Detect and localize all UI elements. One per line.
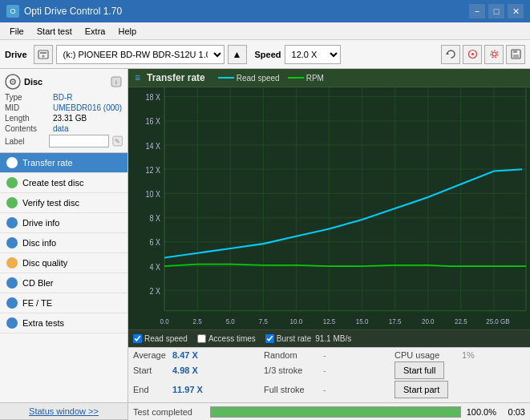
nav-icon-verify-test-disc <box>6 197 18 208</box>
svg-text:4 X: 4 X <box>150 262 161 272</box>
status-window-button[interactable]: Status window >> <box>0 402 127 420</box>
checkbox-access-times-label: Access times <box>208 334 256 343</box>
nav-create-test-disc[interactable]: Create test disc <box>0 173 127 193</box>
svg-text:10 X: 10 X <box>146 189 161 199</box>
nav-drive-info[interactable]: Drive info <box>0 213 127 233</box>
stats-row-3: End 11.97 X Full stroke - Start part <box>133 381 525 398</box>
nav-label-cd-bler: CD Bler <box>22 278 54 288</box>
label-input[interactable] <box>49 135 109 147</box>
burst-rate-value: 91.1 MB/s <box>315 334 351 343</box>
progress-row: Test completed 100.0% 0:03 <box>128 402 530 420</box>
checkbox-read-speed[interactable]: Read speed <box>133 334 188 343</box>
nav-label-disc-quality: Disc quality <box>22 258 67 268</box>
full-stroke-value: - <box>323 385 326 394</box>
chart-title: Transfer rate <box>147 72 205 83</box>
checkbox-access-times[interactable]: Access times <box>197 334 256 343</box>
mid-row: MID UMEBDR016 (000) <box>5 103 123 112</box>
refresh-button[interactable] <box>441 45 460 64</box>
stats-row-1: Average 8.47 X Random - CPU usage 1% <box>133 350 525 360</box>
disc-button[interactable] <box>463 45 482 64</box>
average-key: Average <box>133 350 169 360</box>
nav-list: Transfer rate Create test disc Verify te… <box>0 153 127 402</box>
checkbox-burst-rate[interactable]: Burst rate 91.1 MB/s <box>265 334 351 343</box>
nav-label-fe-te: FE / TE <box>22 298 52 308</box>
stat-start-full: Start full <box>394 361 525 379</box>
nav-icon-drive-info <box>6 217 18 228</box>
chart-svg: 18 X 16 X 14 X 12 X 10 X 8 X 6 X 4 X 2 X… <box>128 87 530 329</box>
nav-extra-tests[interactable]: Extra tests <box>0 313 127 333</box>
stroke13-value: - <box>323 365 326 375</box>
contents-row: Contents data <box>5 124 123 133</box>
svg-point-7 <box>491 50 498 58</box>
right-panel: ≡ Transfer rate Read speed RPM <box>128 69 530 420</box>
svg-text:10.0: 10.0 <box>290 317 303 325</box>
close-button[interactable]: ✕ <box>508 4 524 18</box>
checkbox-read-speed-input[interactable] <box>133 334 142 343</box>
checkboxes-row: Read speed Access times Burst rate 91.1 … <box>133 333 525 345</box>
label-edit-icon[interactable]: ✎ <box>112 135 123 147</box>
save-button[interactable] <box>506 45 525 64</box>
svg-text:8 X: 8 X <box>150 214 161 224</box>
svg-text:5.0: 5.0 <box>226 317 235 325</box>
start-key: Start <box>133 365 169 375</box>
nav-disc-info[interactable]: Disc info <box>0 233 127 253</box>
menu-help[interactable]: Help <box>111 25 143 38</box>
nav-fe-te[interactable]: FE / TE <box>0 293 127 313</box>
svg-text:20.0: 20.0 <box>422 317 435 325</box>
svg-text:16 X: 16 X <box>146 117 161 127</box>
legend: Read speed RPM <box>218 74 324 83</box>
legend-label-rpm: RPM <box>306 74 324 83</box>
speed-select[interactable]: 12.0 X <box>285 45 341 64</box>
app-title: Opti Drive Control 1.70 <box>24 6 122 17</box>
stat-full-stroke: Full stroke - <box>264 385 394 394</box>
nav-icon-disc-quality <box>6 257 18 269</box>
checkbox-burst-rate-input[interactable] <box>265 334 274 343</box>
contents-value: data <box>53 124 68 133</box>
nav-label-transfer-rate: Transfer rate <box>22 158 73 168</box>
svg-text:2.5: 2.5 <box>193 317 202 325</box>
legend-color-read-speed <box>218 77 234 79</box>
minimize-button[interactable]: − <box>469 4 485 18</box>
checkbox-read-speed-label: Read speed <box>144 334 188 343</box>
svg-rect-9 <box>513 50 517 53</box>
svg-text:18 X: 18 X <box>146 93 161 103</box>
legend-color-rpm <box>288 77 304 79</box>
menu-start-test[interactable]: Start test <box>30 25 79 38</box>
start-full-button[interactable]: Start full <box>394 361 444 379</box>
end-key: End <box>133 385 169 394</box>
nav-icon-cd-bler <box>6 277 18 289</box>
svg-point-13 <box>12 81 14 83</box>
toolbar: Drive (k:) PIONEER BD-RW BDR-S12U 1.00 ▲… <box>0 40 530 69</box>
nav-label-create-test-disc: Create test disc <box>22 178 83 188</box>
nav-cd-bler[interactable]: CD Bler <box>0 273 127 293</box>
progress-percent: 100.0% <box>466 407 496 417</box>
nav-label-extra-tests: Extra tests <box>22 318 64 328</box>
mid-value: UMEBDR016 (000) <box>53 103 122 112</box>
drive-icon-btn[interactable] <box>34 45 53 64</box>
svg-text:15.0: 15.0 <box>356 317 369 325</box>
menu-extra[interactable]: Extra <box>79 25 112 38</box>
checkbox-access-times-input[interactable] <box>197 334 206 343</box>
svg-text:12.5: 12.5 <box>323 317 336 325</box>
svg-rect-1 <box>40 52 47 54</box>
nav-disc-quality[interactable]: Disc quality <box>0 253 127 273</box>
drive-select[interactable]: (k:) PIONEER BD-RW BDR-S12U 1.00 <box>56 45 225 64</box>
svg-text:0.0: 0.0 <box>160 317 169 325</box>
nav-label-disc-info: Disc info <box>22 238 56 248</box>
nav-label-drive-info: Drive info <box>22 218 59 228</box>
drive-label: Drive <box>5 50 27 59</box>
svg-text:✎: ✎ <box>115 138 120 145</box>
menu-file[interactable]: File <box>3 25 30 38</box>
maximize-button[interactable]: □ <box>488 4 504 18</box>
start-part-button[interactable]: Start part <box>394 381 448 398</box>
svg-text:2 X: 2 X <box>150 286 161 296</box>
random-value: - <box>323 350 326 360</box>
nav-icon-transfer-rate <box>6 157 18 168</box>
settings-button[interactable] <box>484 45 504 64</box>
start-value: 4.98 X <box>172 365 204 375</box>
cpu-value: 1% <box>462 350 475 360</box>
nav-label-verify-test-disc: Verify test disc <box>22 198 79 208</box>
nav-verify-test-disc[interactable]: Verify test disc <box>0 193 127 213</box>
eject-button[interactable]: ▲ <box>228 45 247 64</box>
nav-transfer-rate[interactable]: Transfer rate <box>0 153 127 173</box>
